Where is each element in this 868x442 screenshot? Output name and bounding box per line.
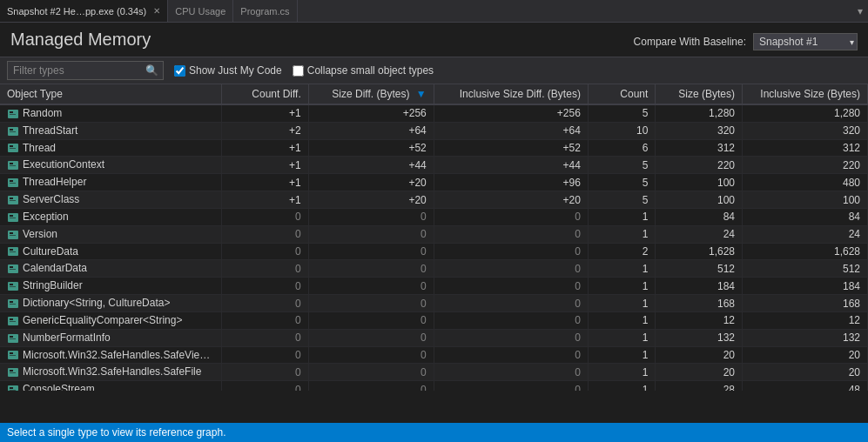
table-cell-type: NumberFormatInfo	[0, 329, 222, 346]
svg-rect-26	[10, 251, 16, 252]
svg-rect-50	[10, 390, 16, 391]
svg-rect-23	[10, 235, 16, 236]
table-cell: 0	[222, 329, 309, 346]
table-row[interactable]: NumberFormatInfo0001132132	[0, 329, 868, 346]
table-cell: 312	[656, 139, 743, 157]
table-cell: 1,280	[656, 104, 743, 122]
table-cell: 132	[656, 329, 743, 346]
table-row[interactable]: ServerClass+1+20+205100100	[0, 191, 868, 209]
table-row[interactable]: StringBuilder0001184184	[0, 278, 868, 295]
table-cell: 0	[434, 243, 588, 260]
table-row[interactable]: Random+1+256+25651,2801,280	[0, 104, 868, 122]
table-cell: 2	[588, 243, 656, 260]
table-row[interactable]: CultureData00021,6281,628	[0, 243, 868, 260]
table-row[interactable]: Microsoft.Win32.SafeHandles.SafeVie…0001…	[0, 346, 868, 364]
object-type-name: CalendarData	[23, 262, 87, 274]
table-cell: 0	[308, 208, 434, 225]
svg-rect-4	[10, 129, 13, 131]
table-row[interactable]: Version00012424	[0, 225, 868, 243]
table-cell: 1	[588, 364, 656, 381]
table-cell-type: ThreadHelper	[0, 174, 222, 191]
tab-dropdown-button[interactable]: ▾	[852, 0, 868, 22]
svg-rect-7	[10, 145, 13, 147]
table-row[interactable]: Microsoft.Win32.SafeHandles.SafeFile0001…	[0, 364, 868, 381]
data-table-wrapper[interactable]: Object Type Count Diff. Size Diff. (Byte…	[0, 84, 868, 391]
table-cell: +20	[434, 191, 588, 209]
tab-bar: Snapshot #2 He…pp.exe (0.34s) ✕ CPU Usag…	[0, 0, 868, 23]
col-header-type: Object Type	[0, 84, 222, 104]
object-type-name: Microsoft.Win32.SafeHandles.SafeFile	[23, 365, 201, 378]
svg-rect-41	[10, 338, 16, 339]
table-cell-type: Exception	[0, 208, 222, 225]
table-cell: 100	[656, 191, 743, 209]
table-cell: 0	[308, 295, 434, 312]
show-just-my-code-checkbox-label[interactable]: Show Just My Code	[174, 64, 282, 77]
collapse-small-checkbox[interactable]	[293, 65, 304, 77]
table-row[interactable]: GenericEqualityComparer<String>00011212	[0, 311, 868, 329]
table-row[interactable]: Exception00018484	[0, 208, 868, 225]
table-cell: 0	[308, 329, 434, 346]
object-type-name: ThreadHelper	[23, 176, 86, 188]
col-header-count-diff: Count Diff.	[222, 84, 309, 104]
close-icon[interactable]: ✕	[153, 6, 160, 16]
table-row[interactable]: ThreadStart+2+64+6410320320	[0, 122, 868, 139]
table-cell-type: GenericEqualityComparer<String>	[0, 311, 222, 329]
table-cell: 184	[743, 278, 868, 295]
col-header-inc-size-diff: Inclusive Size Diff. (Bytes)	[434, 84, 588, 104]
table-cell: 100	[656, 174, 743, 191]
search-icon: 🔍	[145, 64, 158, 77]
svg-rect-10	[10, 163, 13, 164]
table-cell: 12	[656, 311, 743, 329]
tab-cpu-usage-label: CPU Usage	[175, 6, 225, 17]
compare-select[interactable]: Snapshot #1	[753, 33, 858, 50]
table-cell: 220	[656, 157, 743, 174]
table-row[interactable]: ThreadHelper+1+20+965100480	[0, 174, 868, 191]
show-just-my-code-checkbox[interactable]	[174, 65, 185, 77]
table-row[interactable]: ConsoleStream00012848	[0, 381, 868, 391]
object-type-icon	[7, 125, 19, 137]
tab-program-cs[interactable]: Program.cs	[233, 0, 297, 22]
table-cell: 132	[743, 329, 868, 346]
table-cell: +1	[222, 139, 309, 157]
table-cell-type: Microsoft.Win32.SafeHandles.SafeVie…	[0, 346, 222, 364]
table-cell: +1	[222, 104, 309, 122]
tab-cpu-usage[interactable]: CPU Usage	[168, 0, 233, 22]
object-type-icon	[7, 366, 19, 378]
table-row[interactable]: ExecutionContext+1+44+445220220	[0, 157, 868, 174]
object-type-icon	[7, 245, 19, 258]
svg-rect-49	[10, 387, 13, 389]
object-type-name: ExecutionContext	[23, 158, 104, 171]
table-cell: +256	[308, 104, 434, 122]
svg-rect-28	[10, 266, 13, 268]
table-cell: +2	[222, 122, 309, 139]
object-type-name: Random	[23, 107, 62, 119]
table-cell: +96	[434, 174, 588, 191]
svg-rect-32	[10, 286, 16, 287]
tab-snapshot2[interactable]: Snapshot #2 He…pp.exe (0.34s) ✕	[0, 0, 168, 22]
object-type-name: Dictionary<String, CultureData>	[23, 297, 170, 309]
svg-rect-14	[10, 183, 16, 184]
collapse-small-checkbox-label[interactable]: Collapse small object types	[293, 64, 434, 77]
table-cell-type: Random	[0, 104, 222, 122]
table-row[interactable]: Thread+1+52+526312312	[0, 139, 868, 157]
table-row[interactable]: Dictionary<String, CultureData>000116816…	[0, 295, 868, 312]
table-cell: +20	[308, 174, 434, 191]
object-type-icon	[7, 263, 19, 275]
table-cell: 0	[222, 311, 309, 329]
data-table: Object Type Count Diff. Size Diff. (Byte…	[0, 84, 868, 391]
table-row[interactable]: CalendarData0001512512	[0, 260, 868, 278]
table-cell-type: Microsoft.Win32.SafeHandles.SafeFile	[0, 364, 222, 381]
table-cell: 512	[656, 260, 743, 278]
table-cell: 0	[434, 346, 588, 364]
filter-input[interactable]	[7, 61, 164, 80]
col-header-inc-size: Inclusive Size (Bytes)	[743, 84, 868, 104]
tab-snapshot2-label: Snapshot #2 He…pp.exe (0.34s)	[7, 6, 146, 17]
col-header-size: Size (Bytes)	[656, 84, 743, 104]
table-cell: 0	[222, 381, 309, 391]
table-cell: 1,628	[656, 243, 743, 260]
table-cell: 6	[588, 139, 656, 157]
col-header-size-diff[interactable]: Size Diff. (Bytes) ▼	[308, 84, 434, 104]
table-cell: 1,280	[743, 104, 868, 122]
table-cell: +52	[434, 139, 588, 157]
table-cell: +1	[222, 157, 309, 174]
